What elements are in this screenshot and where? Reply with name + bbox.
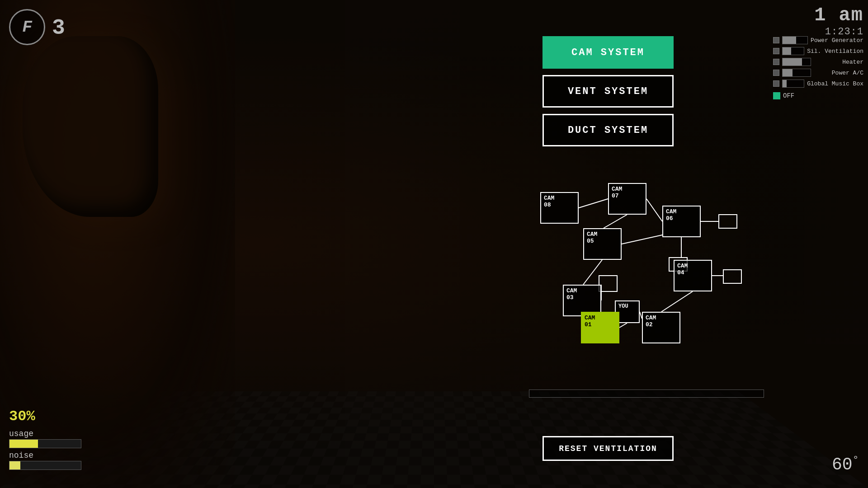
off-indicator [773,92,780,99]
cam-map: CAM08 CAM07 CAM06 CAM05 CAM04 CAM03 YOU … [529,145,764,380]
map-bottom-bar [529,389,764,398]
power-label-generator: Power Generator [811,37,863,44]
duct-system-button[interactable]: DUCT SYSTEM [542,114,674,146]
cam-07[interactable]: CAM07 [608,183,646,215]
power-bar-fill-generator [783,37,796,44]
power-item-ac: Power A/C [773,69,863,77]
svg-line-5 [622,235,662,244]
power-item-generator: Power Generator [773,36,863,44]
power-bar-fill-heater [783,58,802,66]
vent-system-button[interactable]: VENT SYSTEM [542,75,674,108]
stats-area: 30% usage noise [9,401,81,470]
svg-line-8 [583,260,602,285]
power-panel: Power Generator Sil. Ventilation Heater … [773,36,863,99]
power-bar-ventilation [782,47,804,55]
reset-ventilation-button[interactable]: RESET VENTILATION [542,436,674,461]
power-item-ventilation: Sil. Ventilation [773,47,863,55]
cam-system-button[interactable]: CAM SYSTEM [542,36,674,69]
cam-05[interactable]: CAM05 [583,228,622,260]
life-count: 3 [52,16,65,40]
freddy-coin: F [9,9,45,45]
usage-bar-fill [9,440,38,448]
cam-08[interactable]: CAM08 [540,192,579,224]
power-symbol: % [26,408,35,425]
usage-label: usage [9,429,81,438]
cam-06[interactable]: CAM06 [662,206,701,237]
clock-time: 1 am [814,5,863,26]
power-indicator-heater [773,59,779,65]
power-indicator-ventilation [773,48,779,54]
ui-layer: F 3 1 am 1:23:1 CAM SYSTEM VENT SYSTEM D… [0,0,868,488]
power-label-musicbox: Global Music Box [807,80,863,87]
clock-area: 1 am 1:23:1 [814,5,863,38]
temperature: 60° [832,454,859,474]
cam-04[interactable]: CAM04 [674,260,712,291]
noise-label: noise [9,451,81,460]
power-item-musicbox: Global Music Box [773,80,863,88]
svg-rect-12 [599,276,617,291]
power-bar-musicbox [782,80,804,88]
cam-map-lines [529,145,764,380]
power-bar-heater [782,58,811,66]
svg-line-4 [604,215,627,228]
power-indicator-musicbox [773,80,779,87]
noise-bar-fill [9,461,20,469]
power-bar-generator [782,36,808,44]
svg-line-14 [661,291,693,312]
svg-line-1 [646,199,662,221]
power-indicator-ac [773,70,779,76]
svg-line-0 [579,199,608,208]
off-badge: OFF [773,92,863,99]
power-label-ventilation: Sil. Ventilation [807,48,863,55]
power-bar-ac [782,69,811,77]
power-item-heater: Heater [773,58,863,66]
svg-line-10 [619,323,627,328]
power-percent: 30% [9,401,81,427]
freddy-coin-letter: F [22,18,32,37]
noise-bar [9,461,81,470]
power-indicator-generator [773,37,779,43]
power-label-heater: Heater [814,59,863,66]
power-bar-fill-ventilation [783,47,791,55]
power-label-ac: Power A/C [814,70,863,76]
power-bar-fill-musicbox [783,80,787,87]
svg-rect-16 [723,270,741,283]
usage-bar [9,439,81,448]
svg-rect-3 [719,215,737,228]
off-label: OFF [783,92,794,99]
cam-01[interactable]: CAM01 [581,312,619,343]
power-bar-fill-ac [783,69,793,76]
system-buttons: CAM SYSTEM VENT SYSTEM DUCT SYSTEM [542,36,674,146]
cam-02[interactable]: CAM02 [642,312,680,343]
